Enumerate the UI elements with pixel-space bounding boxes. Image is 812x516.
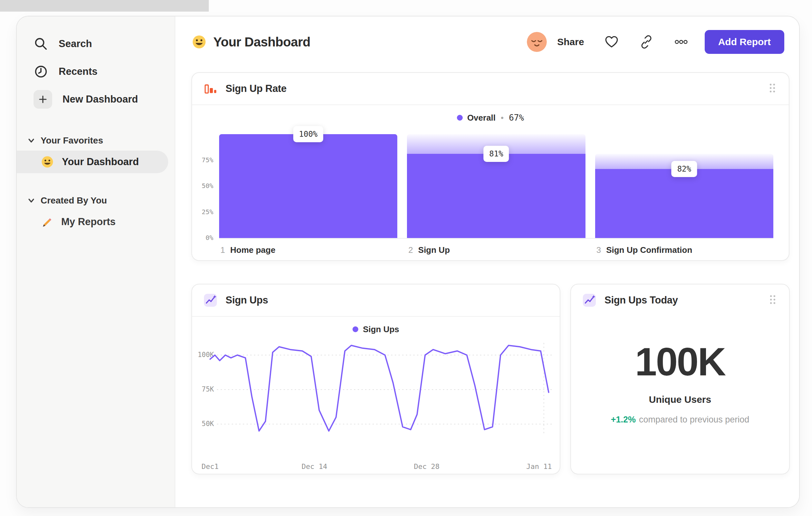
- axis-tick-label: Dec 28: [414, 462, 439, 470]
- funnel-step-labels: 1Home page2Sign Up3Sign Up Confirmation: [219, 245, 773, 255]
- section-your-favorites: Your Favorites Your Dashboard: [17, 131, 175, 173]
- sidebar-item-new-dashboard[interactable]: New Dashboard: [17, 85, 175, 113]
- funnel-bar-column[interactable]: 82%: [595, 134, 773, 238]
- section-toggle-created-by-you[interactable]: Created By You: [17, 191, 175, 211]
- metric-delta-note: compared to previous period: [639, 415, 749, 425]
- card-title: Sign Ups Today: [605, 294, 678, 306]
- card-header: Sign Ups: [192, 284, 560, 317]
- chevron-down-icon: [28, 197, 35, 204]
- funnel-value-chip: 82%: [671, 161, 697, 177]
- app-window: Search Recents New Dashboard: [16, 16, 800, 508]
- smiley-emoji-icon: [40, 155, 54, 169]
- chevron-down-icon: [28, 137, 35, 144]
- background-window-edge: [0, 0, 209, 11]
- add-report-button[interactable]: Add Report: [705, 30, 784, 54]
- metric-delta-value: +1.2%: [611, 415, 636, 425]
- funnel-value-chip: 100%: [293, 126, 323, 142]
- metric-value: 100K: [571, 339, 789, 384]
- legend-dot: [352, 326, 358, 332]
- dashboard-main: Your Dashboard Share: [175, 17, 799, 507]
- funnel-value-chip: 81%: [483, 146, 509, 162]
- legend-dot: [457, 115, 463, 120]
- funnel-chart-icon: [203, 81, 218, 96]
- funnel-baseline: [219, 238, 773, 239]
- sidebar-item-label: New Dashboard: [62, 93, 138, 105]
- metric-label: Unique Users: [571, 394, 789, 405]
- plus-icon: [33, 90, 52, 109]
- line-x-axis: Dec1Dec 14Dec 28Jan 11: [192, 462, 560, 473]
- funnel-legend[interactable]: Overall • 67%: [192, 110, 789, 125]
- section-title: Created By You: [40, 195, 107, 206]
- sidebar-item-label: Recents: [59, 66, 98, 77]
- sign-ups-series-line: [210, 345, 549, 431]
- funnel-bar: [595, 169, 773, 238]
- more-options-icon[interactable]: [674, 34, 689, 49]
- card-sign-up-rate: Sign Up Rate Overall • 67% 75%50%25%0% 1…: [192, 72, 789, 261]
- heart-icon[interactable]: [604, 34, 619, 49]
- funnel-step-index: 2: [408, 245, 413, 255]
- clock-icon: [33, 64, 48, 79]
- section-created-by-you: Created By You My Reports: [17, 191, 175, 233]
- sidebar-item-search[interactable]: Search: [17, 30, 175, 58]
- sign-ups-line-chart: [192, 338, 561, 461]
- sidebar-item-your-dashboard[interactable]: Your Dashboard: [17, 151, 168, 173]
- drag-handle-icon[interactable]: [767, 81, 778, 97]
- funnel-bar: [407, 154, 585, 238]
- share-button[interactable]: Share: [557, 36, 584, 47]
- funnel-step-name: Home page: [230, 245, 275, 255]
- legend-value: 67%: [509, 113, 524, 123]
- drag-handle-icon[interactable]: [767, 293, 778, 308]
- axis-tick-label: 50%: [195, 182, 213, 190]
- axis-tick-label: 25%: [195, 208, 213, 216]
- funnel-step-label: 1Home page: [219, 245, 397, 255]
- header-actions: Share Add Report: [527, 30, 784, 54]
- funnel-step-label: 2Sign Up: [407, 245, 585, 255]
- line-chart-icon: [203, 293, 218, 308]
- sidebar-item-label: My Reports: [61, 216, 116, 228]
- page-title: Your Dashboard: [213, 35, 310, 49]
- sidebar-item-label: Your Dashboard: [62, 156, 139, 168]
- legend-name: Overall: [467, 113, 496, 123]
- sidebar-item-recents[interactable]: Recents: [17, 58, 175, 85]
- page-title-group: Your Dashboard: [192, 34, 310, 50]
- axis-tick-label: Jan 11: [526, 462, 552, 470]
- pencil-emoji-icon: [40, 215, 54, 228]
- axis-tick-label: 0%: [195, 234, 213, 242]
- metric-delta: +1.2%compared to previous period: [571, 415, 789, 425]
- funnel-bar-column[interactable]: 100%: [219, 134, 397, 238]
- legend-separator: •: [501, 113, 504, 123]
- card-sign-ups: Sign Ups Sign Ups 100K75K50K Dec1Dec 14D…: [192, 284, 560, 474]
- card-header: Sign Ups Today: [571, 284, 789, 316]
- line-legend[interactable]: Sign Ups: [192, 322, 560, 337]
- funnel-step-name: Sign Up: [418, 245, 450, 255]
- card-title: Sign Up Rate: [226, 83, 286, 94]
- funnel-step-index: 1: [221, 245, 225, 255]
- axis-tick-label: 75%: [195, 156, 213, 164]
- funnel-step-name: Sign Up Confirmation: [606, 245, 692, 255]
- funnel-bar: [219, 134, 397, 238]
- funnel-step-label: 3Sign Up Confirmation: [595, 245, 773, 255]
- link-icon[interactable]: [639, 34, 654, 49]
- funnel-bar-column[interactable]: 81%: [407, 134, 585, 238]
- legend-name: Sign Ups: [363, 324, 399, 334]
- avatar[interactable]: [527, 32, 547, 52]
- axis-tick-label: Dec1: [202, 462, 219, 470]
- dashboard-header: Your Dashboard Share: [192, 29, 784, 55]
- metric-block: 100K Unique Users +1.2%compared to previ…: [571, 339, 789, 425]
- dashboard-emoji-icon: [192, 34, 207, 50]
- card-sign-ups-today: Sign Ups Today 100K Unique Users +1.2%co…: [570, 284, 790, 474]
- funnel-step-index: 3: [597, 245, 601, 255]
- card-title: Sign Ups: [226, 294, 268, 306]
- search-icon: [33, 36, 48, 51]
- sidebar-item-my-reports[interactable]: My Reports: [17, 211, 168, 233]
- sidebar-item-label: Search: [59, 38, 92, 50]
- axis-tick-label: Dec 14: [301, 462, 327, 470]
- section-title: Your Favorites: [40, 135, 103, 146]
- sidebar: Search Recents New Dashboard: [17, 17, 175, 507]
- section-toggle-your-favorites[interactable]: Your Favorites: [17, 131, 175, 151]
- funnel-bars: 100%81%82%: [219, 134, 773, 238]
- line-chart-icon: [582, 293, 597, 308]
- card-header: Sign Up Rate: [192, 73, 789, 105]
